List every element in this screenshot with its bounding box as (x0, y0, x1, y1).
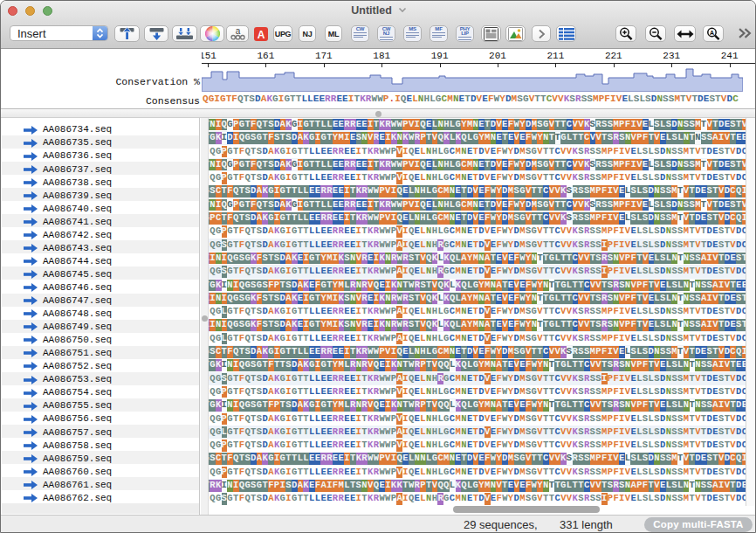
svg-text:a: a (235, 27, 240, 36)
svg-text:A: A (258, 29, 265, 41)
svg-text:A: A (710, 29, 714, 35)
